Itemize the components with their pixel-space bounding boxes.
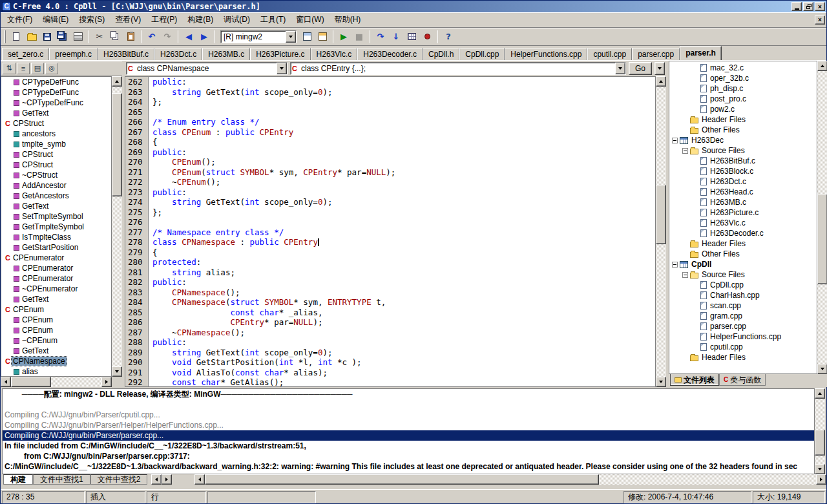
code-line[interactable]: 263 string GetText(int scope_only=0); [125, 87, 655, 98]
scroll-track[interactable] [11, 377, 101, 387]
file-tab-helperfunctions.cpp[interactable]: HelperFunctions.cpp [505, 48, 587, 60]
scroll-up-button[interactable] [817, 61, 827, 71]
code-line[interactable]: 284 CPNamespace(struct SYMBOL* sym, ENTR… [125, 297, 655, 308]
project-tree-item[interactable]: Header Files [669, 352, 817, 362]
scope-combobox[interactable]: C class CPNamespace [126, 62, 288, 75]
symbol-item[interactable]: CPEnumerator [1, 263, 111, 273]
output-line[interactable]: from C:/WJJ/gnu/bin/Parser/parser.cpp:37… [3, 451, 814, 461]
symbol-item[interactable]: GetAncestors [1, 191, 111, 201]
save-all-button[interactable] [55, 29, 70, 44]
scroll-track[interactable] [815, 399, 825, 464]
symbol-tree[interactable]: CPTypeDefFuncCPTypeDefFunc~CPTypeDefFunc… [1, 76, 112, 377]
output-line[interactable] [3, 399, 814, 410]
scroll-track[interactable] [112, 87, 122, 366]
project-tree-item[interactable]: parser.cpp [669, 321, 817, 331]
file-tab-parser.cpp[interactable]: parser.cpp [632, 48, 680, 60]
code-line[interactable]: 287 ~CPNamespace(); [125, 328, 655, 338]
panel-tab-classes[interactable]: C类与函数 [719, 374, 766, 386]
dropdown-arrow-icon[interactable] [286, 31, 296, 43]
project-tree-item[interactable]: Other Files [669, 249, 817, 259]
symbol-item[interactable]: tmplte_symb [1, 139, 111, 149]
code-line[interactable]: 278class CPNamespace : public CPEntry [125, 237, 655, 247]
symbol-item[interactable]: CPTypeDefFunc [1, 77, 111, 87]
step-into-button[interactable]: ↓ [388, 29, 404, 44]
output-line[interactable]: C:/MinGW/include/C__~1/322E8D~1.3/backwa… [3, 461, 814, 472]
nav-back-button[interactable]: ◀ [181, 29, 196, 44]
symbol-item[interactable]: CPEnumerator [1, 273, 111, 284]
symbol-item[interactable]: GetStartPosition [1, 242, 111, 253]
project-tree-item[interactable]: pow2.c [669, 104, 817, 114]
file-tab-cputil.cpp[interactable]: cputil.cpp [587, 48, 632, 60]
symbol-item[interactable]: GetText [1, 201, 111, 211]
menu-item[interactable]: 窗口(W) [291, 12, 329, 27]
scroll-up-button[interactable] [656, 76, 666, 87]
scroll-down-button[interactable] [656, 377, 666, 387]
file-tab-h263vlc.c[interactable]: H263Vlc.c [311, 48, 358, 60]
symbol-item[interactable]: CCPNamespace [1, 356, 111, 366]
project-tree-item[interactable]: oper_32b.c [669, 73, 817, 83]
project-tree-item[interactable]: H263Block.c [669, 166, 817, 176]
code-line[interactable]: 290 void GetStartPosition(int *l, int *c… [125, 357, 655, 368]
output-hscrollbar[interactable] [194, 474, 826, 485]
output-line[interactable]: Compiling C:/WJJ/gnu/bin/Parser/Helper/H… [3, 420, 814, 430]
symbol-item[interactable]: IsTmplteClass [1, 232, 111, 242]
save-button[interactable] [39, 29, 55, 44]
symbol-item[interactable]: CPStruct [1, 160, 111, 170]
output-line[interactable]: Compiling C:/WJJ/gnu/bin/Parser/parser.c… [3, 430, 814, 441]
toolbar-grip[interactable] [4, 30, 6, 43]
scroll-thumb[interactable] [656, 185, 666, 244]
output-tab[interactable]: 构建 [3, 474, 33, 485]
group-by-type-icon[interactable]: ≡ [17, 63, 30, 74]
file-tab-h263mb.c[interactable]: H263MB.c [202, 48, 250, 60]
tab-scroll-left-button[interactable] [151, 474, 162, 485]
scroll-track[interactable] [205, 474, 816, 485]
project-tree-item[interactable]: HelperFunctions.cpp [669, 331, 817, 342]
scroll-up-button[interactable] [112, 76, 122, 87]
symbol-item[interactable]: CCPStruct [1, 118, 111, 129]
code-line[interactable]: 291 void AliasTo(const char* alias); [125, 368, 655, 378]
project-tree-item[interactable]: H263Dec [669, 135, 817, 145]
output-body[interactable]: ────配置: mingw2 - DLL Release, 编译器类型: Min… [2, 388, 815, 474]
symbol-item[interactable]: ~CPTypeDefFunc [1, 98, 111, 108]
menu-item[interactable]: 工程(P) [146, 12, 182, 27]
symbol-vscrollbar[interactable] [112, 76, 122, 377]
output-tab[interactable]: 文件中查找1 [33, 474, 90, 485]
scroll-down-button[interactable] [815, 464, 825, 474]
project-tree-item[interactable]: H263Picture.c [669, 207, 817, 218]
output-tab[interactable]: 文件中查找2 [90, 474, 148, 485]
project-tree-item[interactable]: CpDll.cpp [669, 280, 817, 290]
file-tab-set_zero.c[interactable]: set_zero.c [2, 48, 49, 60]
code-line[interactable]: 272 ~CPEnum(); [125, 177, 655, 187]
print-button[interactable] [70, 29, 86, 44]
code-line[interactable]: 286 CPEntry* par=NULL); [125, 317, 655, 328]
code-line[interactable]: 265 [125, 107, 655, 118]
project-tree-item[interactable]: Other Files [669, 125, 817, 135]
code-line[interactable]: 282public: [125, 277, 655, 288]
menu-item[interactable]: 编辑(E) [37, 12, 74, 27]
project-tree-item[interactable]: H263BitBuf.c [669, 156, 817, 166]
menu-item[interactable]: 帮助(H) [330, 12, 366, 27]
scroll-right-button[interactable] [101, 377, 112, 387]
scroll-thumb[interactable] [815, 430, 825, 456]
project-tree-item[interactable]: scan.cpp [669, 300, 817, 311]
go-button[interactable]: Go [629, 62, 652, 75]
sort-icon[interactable]: ⇅ [3, 63, 16, 74]
run-button[interactable]: ▶ [336, 29, 351, 44]
project-tree-item[interactable]: mac_32.c [669, 63, 817, 73]
menu-item[interactable]: 调试(D) [218, 12, 255, 27]
file-tab-h263dct.c[interactable]: H263Dct.c [154, 48, 202, 60]
file-tab-cpdll.cpp[interactable]: CpDll.cpp [459, 48, 505, 60]
symbol-item[interactable]: GetText [1, 346, 111, 356]
code-line[interactable]: 262public: [125, 77, 655, 87]
symbol-item[interactable]: CCPEnum [1, 304, 111, 315]
code-line[interactable]: 266/* Enum entry class */ [125, 117, 655, 127]
symbol-item[interactable]: CPTypeDefFunc [1, 87, 111, 98]
undo-button[interactable]: ↶ [144, 29, 160, 44]
symbol-hscrollbar[interactable] [1, 377, 112, 387]
symbol-item[interactable]: CCPEnumerator [1, 253, 111, 263]
scroll-thumb[interactable] [112, 93, 122, 196]
code-line[interactable]: 289 string GetText(int scope_only=0); [125, 348, 655, 358]
symbol-item[interactable]: ~CPStruct [1, 170, 111, 180]
code-line[interactable]: 288public: [125, 337, 655, 348]
dropdown-arrow-icon[interactable] [277, 63, 287, 74]
